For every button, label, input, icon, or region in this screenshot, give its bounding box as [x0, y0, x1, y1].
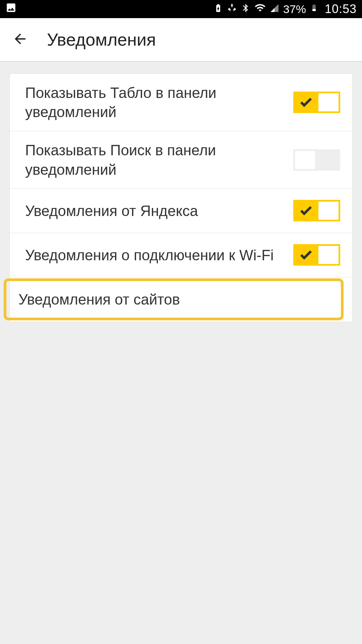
clock-text: 10:53	[325, 2, 357, 16]
app-header: Уведомления	[0, 18, 362, 62]
arrow-left-icon	[12, 31, 28, 48]
check-icon	[299, 203, 313, 218]
toggle-yandex[interactable]	[293, 200, 340, 221]
page-title: Уведомления	[47, 30, 156, 50]
toggle-wifi[interactable]	[293, 244, 340, 266]
wifi-icon	[254, 2, 266, 16]
setting-row-yandex[interactable]: Уведомления от Яндекса	[10, 189, 352, 233]
bluetooth-icon	[241, 3, 250, 15]
setting-row-sites[interactable]: Уведомления от сайтов	[4, 278, 344, 320]
check-icon	[299, 95, 313, 110]
toggle-knob	[295, 151, 315, 169]
battery-charge-icon	[214, 3, 223, 15]
setting-row-tablo[interactable]: Показывать Табло в панели уведомлений	[10, 74, 352, 131]
settings-card: Показывать Табло в панели уведомлений По…	[9, 73, 353, 322]
content-area: Показывать Табло в панели уведомлений По…	[0, 62, 362, 322]
toggle-knob	[318, 246, 339, 264]
toggle-search[interactable]	[293, 149, 340, 171]
setting-label: Уведомления от Яндекса	[25, 201, 293, 220]
status-right: 37% 10:53	[214, 2, 357, 16]
toggle-tablo[interactable]	[293, 92, 340, 113]
toggle-knob	[318, 93, 339, 111]
check-icon	[299, 248, 313, 262]
setting-label: Уведомления от сайтов	[18, 290, 329, 309]
recycle-icon	[227, 3, 237, 15]
signal-icon	[270, 3, 279, 15]
back-button[interactable]	[10, 30, 30, 50]
setting-row-sites-container: Уведомления от сайтов	[10, 277, 352, 322]
setting-label: Показывать Табло в панели уведомлений	[25, 83, 293, 121]
setting-row-search[interactable]: Показывать Поиск в панели уведомлений	[10, 131, 352, 189]
setting-label: Уведомления о подключении к Wi-Fi	[25, 246, 293, 265]
setting-row-wifi[interactable]: Уведомления о подключении к Wi-Fi	[10, 233, 352, 277]
battery-icon	[310, 2, 318, 16]
battery-percent: 37%	[283, 3, 306, 16]
toggle-knob	[318, 202, 339, 220]
setting-label: Показывать Поиск в панели уведомлений	[25, 141, 293, 179]
status-bar: 37% 10:53	[0, 0, 362, 18]
picture-icon	[5, 2, 17, 16]
status-left	[5, 2, 17, 16]
